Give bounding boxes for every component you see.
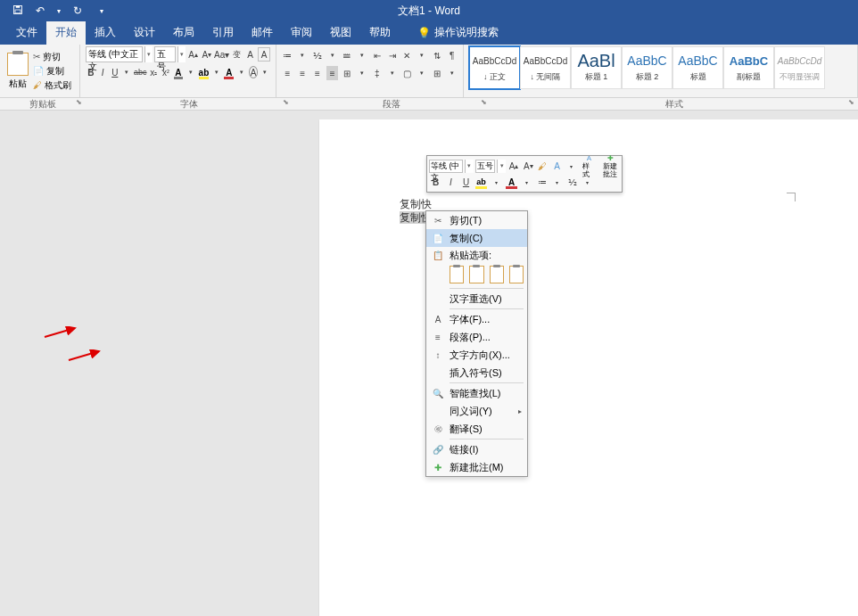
copy-button[interactable]: 📄 复制 — [33, 65, 71, 78]
paste-picture-icon[interactable] — [490, 266, 504, 283]
shading-dropdown-icon[interactable]: ▾ — [417, 66, 428, 80]
tell-me-search[interactable]: 💡 操作说明搜索 — [408, 21, 507, 45]
clipboard-group-label[interactable]: 剪贴板 — [0, 98, 86, 110]
mini-font-size[interactable]: 五号 — [475, 160, 496, 173]
decrease-indent-icon[interactable]: ⇤ — [372, 48, 384, 62]
style-title[interactable]: AaBbC 标题 — [672, 46, 723, 89]
line-spacing-icon[interactable]: ‡ — [372, 66, 384, 80]
enclose-dropdown-icon[interactable]: ▾ — [260, 65, 270, 79]
context-paragraph[interactable]: ≡ 段落(P)... — [426, 328, 527, 346]
highlight-dropdown-icon[interactable]: ▾ — [211, 65, 222, 79]
style-no-spacing[interactable]: AaBbCcDd ↓ 无间隔 — [520, 46, 571, 89]
superscript-icon[interactable]: x² — [161, 65, 171, 79]
tab-design[interactable]: 设计 — [125, 21, 164, 45]
bullets-icon[interactable]: ≔ — [282, 48, 293, 62]
phonetic-guide-icon[interactable]: 变 — [231, 47, 243, 62]
context-font[interactable]: A 字体(F)... — [426, 310, 527, 328]
character-border-icon[interactable]: A — [258, 47, 270, 62]
mini-numbering-dd-icon[interactable]: ▾ — [581, 176, 594, 189]
numbering-icon[interactable]: ⅟₂ — [312, 48, 324, 62]
numbering-dropdown-icon[interactable]: ▾ — [326, 48, 338, 62]
tab-references[interactable]: 引用 — [203, 21, 243, 45]
mini-effects-dd-icon[interactable]: ▾ — [565, 160, 578, 173]
mini-highlight-icon[interactable]: ab — [474, 176, 488, 189]
style-subtle-emphasis[interactable]: AaBbCcDd 不明显强调 — [774, 46, 825, 89]
context-insert-symbol[interactable]: 插入符号(S) — [426, 364, 527, 382]
underline-icon[interactable]: U — [110, 65, 120, 79]
tab-home[interactable]: 开始 — [46, 21, 86, 45]
paragraph-group-label[interactable]: 段落 — [293, 98, 491, 110]
distribute-icon[interactable]: ⊞ — [342, 66, 353, 80]
bullets-dropdown-icon[interactable]: ▾ — [297, 48, 309, 62]
format-painter-button[interactable]: 🖌 格式刷 — [33, 79, 71, 92]
tab-insert[interactable]: 插入 — [86, 21, 125, 45]
style-normal[interactable]: AaBbCcDd ↓ 正文 — [469, 46, 520, 89]
tab-layout[interactable]: 布局 — [164, 21, 203, 45]
mini-bullets-icon[interactable]: ≔ — [535, 176, 549, 189]
distribute-dropdown-icon[interactable]: ▾ — [357, 66, 368, 80]
change-case-icon[interactable]: Aa▾ — [215, 47, 229, 62]
tab-review[interactable]: 审阅 — [282, 21, 321, 45]
context-synonyms[interactable]: 同义词(Y) ▸ — [426, 402, 527, 420]
italic-icon[interactable]: I — [98, 65, 109, 79]
multilevel-dropdown-icon[interactable]: ▾ — [357, 48, 368, 62]
mini-text-effects-icon[interactable]: A — [551, 160, 564, 173]
mini-size-dropdown-icon[interactable]: ▾ — [497, 160, 506, 173]
context-text-direction[interactable]: ↕ 文字方向(X)... — [426, 346, 527, 364]
context-cut[interactable]: ✂ 剪切(T) — [426, 211, 527, 229]
spacing-dropdown-icon[interactable]: ▾ — [386, 66, 398, 80]
mini-bold-icon[interactable]: B — [429, 176, 442, 189]
redo-icon[interactable]: ↻ — [73, 4, 82, 17]
subscript-icon[interactable]: x₂ — [149, 65, 160, 79]
mini-shrink-font-icon[interactable]: A▾ — [522, 160, 534, 173]
multilevel-list-icon[interactable]: ⩸ — [342, 48, 353, 62]
style-subtitle[interactable]: AaBbC 副标题 — [723, 46, 774, 89]
mini-font-dropdown-icon[interactable]: ▾ — [465, 160, 474, 173]
grow-font-icon[interactable]: A▴ — [187, 47, 199, 62]
shading-icon[interactable]: ▢ — [401, 66, 413, 80]
paste-button[interactable]: 粘贴 — [5, 51, 30, 92]
paste-merge-icon[interactable] — [469, 266, 483, 283]
align-left-icon[interactable]: ≡ — [282, 66, 293, 80]
style-heading2[interactable]: AaBbC 标题 2 — [622, 46, 672, 89]
context-link[interactable]: 🔗 链接(I) — [426, 440, 527, 458]
underline-dropdown-icon[interactable]: ▾ — [122, 65, 133, 79]
font-size-dropdown-icon[interactable]: ▾ — [177, 46, 186, 62]
context-hanzi-reselect[interactable]: 汉字重选(V) — [426, 290, 527, 308]
mini-bullets-dd-icon[interactable]: ▾ — [550, 176, 564, 189]
text-effects-dropdown-icon[interactable]: ▾ — [186, 65, 196, 79]
highlight-icon[interactable]: ab — [198, 65, 210, 79]
mini-grow-font-icon[interactable]: A▴ — [507, 160, 520, 173]
mini-highlight-dd-icon[interactable]: ▾ — [490, 176, 503, 189]
font-name-dropdown-icon[interactable]: ▾ — [144, 46, 153, 62]
paste-text-icon[interactable] — [509, 266, 524, 283]
font-name-combo[interactable]: 等线 (中文正文 — [86, 46, 143, 62]
mini-color-dd-icon[interactable]: ▾ — [520, 176, 533, 189]
mini-numbering-icon[interactable]: ⅟₂ — [565, 176, 579, 189]
font-color-icon[interactable]: A — [223, 65, 235, 79]
increase-indent-icon[interactable]: ⇥ — [386, 48, 398, 62]
style-heading1[interactable]: AaBl 标题 1 — [571, 46, 622, 89]
mini-font-color-icon[interactable]: A — [505, 176, 518, 189]
font-color-dropdown-icon[interactable]: ▾ — [236, 65, 247, 79]
align-right-icon[interactable]: ≡ — [312, 66, 324, 80]
paste-keep-source-icon[interactable] — [450, 266, 464, 283]
asian-dropdown-icon[interactable]: ▾ — [417, 48, 428, 62]
clear-formatting-icon[interactable]: A — [244, 47, 256, 62]
show-marks-icon[interactable]: ¶ — [446, 48, 458, 62]
undo-icon[interactable]: ↶ — [36, 4, 45, 17]
shrink-font-icon[interactable]: A▾ — [201, 47, 212, 62]
save-icon[interactable] — [12, 4, 23, 18]
enclose-characters-icon[interactable]: A — [249, 66, 259, 78]
borders-dropdown-icon[interactable]: ▾ — [446, 66, 458, 80]
justify-icon[interactable]: ≡ — [326, 66, 338, 80]
align-center-icon[interactable]: ≡ — [297, 66, 309, 80]
borders-icon[interactable]: ⊞ — [432, 66, 443, 80]
font-size-combo[interactable]: 五号 — [154, 46, 176, 62]
font-group-label[interactable]: 字体 — [86, 98, 293, 110]
context-copy[interactable]: 📄 复制(C) — [426, 229, 527, 247]
mini-underline-icon[interactable]: U — [459, 176, 473, 189]
mini-format-painter-icon[interactable]: 🖌 — [536, 160, 549, 173]
sort-icon[interactable]: ⇅ — [432, 48, 443, 62]
asian-layout-icon[interactable]: ✕ — [401, 48, 413, 62]
